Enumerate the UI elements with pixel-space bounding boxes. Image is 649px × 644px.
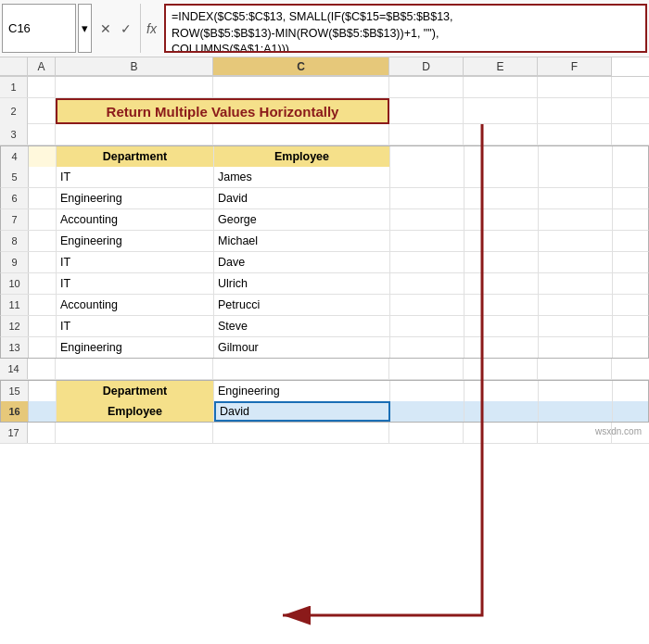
cell-e10[interactable] [464, 273, 539, 294]
cell-b8[interactable]: Engineering [57, 231, 214, 251]
cell-c15-dept-value[interactable]: Engineering [214, 381, 390, 401]
cell-f2[interactable] [538, 98, 612, 124]
cell-a11[interactable] [29, 295, 57, 315]
cell-a9[interactable] [29, 252, 57, 272]
cell-d6[interactable] [390, 188, 464, 208]
cell-b9[interactable]: IT [57, 252, 214, 272]
cell-f8[interactable] [539, 231, 613, 251]
cell-b10[interactable]: IT [57, 273, 214, 294]
cell-e15[interactable] [464, 381, 539, 401]
cell-ref-dropdown-btn[interactable]: ▾ [78, 4, 92, 53]
cell-d4[interactable] [390, 146, 464, 167]
col-header-a[interactable]: A [28, 57, 56, 76]
cell-a14[interactable] [28, 359, 56, 379]
cell-a1[interactable] [28, 77, 56, 97]
cell-e5[interactable] [464, 167, 539, 187]
cell-a2[interactable] [28, 98, 56, 124]
cell-e8[interactable] [464, 231, 539, 251]
cell-c10[interactable]: Ulrich [214, 273, 390, 294]
cell-c13[interactable]: Gilmour [214, 337, 390, 358]
cell-d3[interactable] [389, 124, 464, 145]
cell-f1[interactable] [538, 77, 612, 97]
cell-d8[interactable] [390, 231, 464, 251]
cell-c6[interactable]: David [214, 188, 390, 208]
cell-c5[interactable]: James [214, 167, 390, 187]
cell-a8[interactable] [29, 231, 57, 251]
cell-b6[interactable]: Engineering [57, 188, 214, 208]
cell-c14[interactable] [213, 359, 389, 379]
col-header-b[interactable]: B [56, 57, 213, 76]
cell-c7[interactable]: George [214, 209, 390, 230]
cell-a5[interactable] [29, 167, 57, 187]
cell-e1[interactable] [464, 77, 538, 97]
cell-c11[interactable]: Petrucci [214, 295, 390, 315]
cell-a15[interactable] [29, 381, 57, 401]
cell-a6[interactable] [29, 188, 57, 208]
cell-d16[interactable] [390, 401, 464, 422]
cell-d9[interactable] [390, 252, 464, 272]
cell-e17[interactable] [464, 423, 538, 443]
cell-e3[interactable] [464, 124, 538, 145]
cell-f16[interactable] [539, 401, 613, 422]
confirm-icon[interactable]: ✓ [118, 19, 134, 38]
cell-c12[interactable]: Steve [214, 316, 390, 336]
cell-f5[interactable] [539, 167, 613, 187]
cell-d5[interactable] [390, 167, 464, 187]
cell-c9[interactable]: Dave [214, 252, 390, 272]
cell-f13[interactable] [539, 337, 613, 358]
cell-a13[interactable] [29, 337, 57, 358]
cell-c1[interactable] [213, 77, 389, 97]
cell-a10[interactable] [29, 273, 57, 294]
cell-e11[interactable] [464, 295, 539, 315]
cell-b11[interactable]: Accounting [57, 295, 214, 315]
cell-f3[interactable] [538, 124, 612, 145]
cell-b5[interactable]: IT [57, 167, 214, 187]
cell-e16[interactable] [464, 401, 539, 422]
cell-c16-selected[interactable]: David [214, 401, 390, 422]
cell-b1[interactable] [56, 77, 213, 97]
cell-e12[interactable] [464, 316, 539, 336]
cell-d11[interactable] [390, 295, 464, 315]
cell-d1[interactable] [389, 77, 464, 97]
cell-d12[interactable] [390, 316, 464, 336]
cell-e4[interactable] [464, 146, 539, 167]
cell-a17[interactable] [28, 423, 56, 443]
cell-f9[interactable] [539, 252, 613, 272]
cell-c3[interactable] [213, 124, 389, 145]
cell-b14[interactable] [56, 359, 213, 379]
col-header-e[interactable]: E [464, 57, 538, 76]
cell-e14[interactable] [464, 359, 538, 379]
cell-f10[interactable] [539, 273, 613, 294]
cell-e6[interactable] [464, 188, 539, 208]
cell-e2[interactable] [464, 98, 538, 124]
cell-d7[interactable] [390, 209, 464, 230]
cell-b3[interactable] [56, 124, 213, 145]
col-header-d[interactable]: D [389, 57, 464, 76]
cell-f11[interactable] [539, 295, 613, 315]
cell-d14[interactable] [389, 359, 464, 379]
cell-c4-emp-header[interactable]: Employee [214, 146, 390, 167]
cell-d2[interactable] [389, 98, 464, 124]
cell-b16-emp-label[interactable]: Employee [57, 401, 214, 422]
cell-b4-dept-header[interactable]: Department [57, 146, 214, 167]
cell-b15-dept-label[interactable]: Department [57, 381, 214, 401]
cell-e13[interactable] [464, 337, 539, 358]
col-header-c[interactable]: C [213, 57, 389, 76]
formula-input[interactable]: =INDEX($C$5:$C$13, SMALL(IF($C$15=$B$5:$… [164, 4, 647, 53]
cell-d10[interactable] [390, 273, 464, 294]
cell-f14[interactable] [538, 359, 612, 379]
cancel-icon[interactable]: ✕ [97, 19, 114, 38]
cell-d17[interactable] [389, 423, 464, 443]
cell-f4[interactable] [539, 146, 613, 167]
cell-b7[interactable]: Accounting [57, 209, 214, 230]
cell-f15[interactable] [539, 381, 613, 401]
cell-c17[interactable] [213, 423, 389, 443]
cell-f7[interactable] [539, 209, 613, 230]
cell-b13[interactable]: Engineering [57, 337, 214, 358]
cell-d15[interactable] [390, 381, 464, 401]
cell-e9[interactable] [464, 252, 539, 272]
cell-f12[interactable] [539, 316, 613, 336]
cell-c8[interactable]: Michael [214, 231, 390, 251]
cell-b17[interactable] [56, 423, 213, 443]
cell-a7[interactable] [29, 209, 57, 230]
